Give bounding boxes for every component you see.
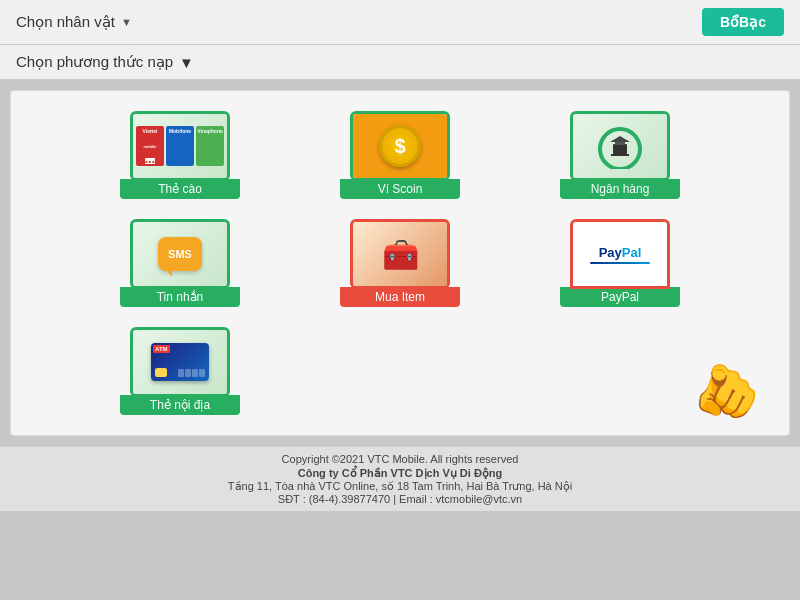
payment-method-paypal[interactable]: PayPal PayPal	[560, 219, 680, 307]
payment-method-the-noi-dia[interactable]: ATM Thẻ nội địa	[120, 327, 240, 415]
payment-method-mua-item[interactable]: 🧰 Mua Item	[340, 219, 460, 307]
payment-method-the-cao[interactable]: Viettel mobile ■ ■ ■ Mobifone Vinaphone	[120, 111, 240, 199]
payment-method-vi-scoin[interactable]: $ Ví Scoin	[340, 111, 460, 199]
payment-method-tin-nhan[interactable]: SMS Tin nhắn	[120, 219, 240, 307]
svg-marker-2	[610, 136, 630, 142]
main-content: Viettel mobile ■ ■ ■ Mobifone Vinaphone	[10, 90, 790, 436]
vi-scoin-icon-box: $	[350, 111, 450, 181]
paypal-label: PayPal	[560, 287, 680, 307]
mua-item-label: Mua Item	[340, 287, 460, 307]
chevron-down-icon-2: ▼	[179, 54, 194, 71]
ngan-hang-icon-box	[570, 111, 670, 181]
ngan-hang-label: Ngân hàng	[560, 179, 680, 199]
payment-method-ngan-hang[interactable]: Ngân hàng	[560, 111, 680, 199]
select-character-label: Chọn nhân vật	[16, 13, 115, 31]
second-bar: Chọn phương thức nạp ▼	[0, 45, 800, 80]
svg-rect-0	[613, 144, 627, 154]
vi-scoin-label: Ví Scoin	[340, 179, 460, 199]
footer-copyright: Copyright ©2021 VTC Mobile. All rights r…	[8, 453, 792, 465]
footer-contact: SĐT : (84-4).39877470 | Email : vtcmobil…	[8, 493, 792, 505]
tin-nhan-icon-box: SMS	[130, 219, 230, 289]
paypal-icon-box: PayPal	[570, 219, 670, 289]
bo-bac-button[interactable]: BổBạc	[702, 8, 784, 36]
footer-address: Tầng 11, Tòa nhà VTC Online, số 18 Tam T…	[8, 480, 792, 493]
select-method-dropdown[interactable]: Chọn phương thức nạp ▼	[16, 53, 194, 71]
chevron-down-icon: ▼	[121, 16, 132, 28]
svg-rect-3	[611, 154, 629, 156]
payment-grid: Viettel mobile ■ ■ ■ Mobifone Vinaphone	[41, 111, 759, 415]
top-bar: Chọn nhân vật ▼ BổBạc	[0, 0, 800, 45]
the-cao-label: Thẻ cào	[120, 179, 240, 199]
footer: Copyright ©2021 VTC Mobile. All rights r…	[0, 446, 800, 511]
select-method-label: Chọn phương thức nạp	[16, 53, 173, 71]
mua-item-icon-box: 🧰	[350, 219, 450, 289]
the-cao-icon-box: Viettel mobile ■ ■ ■ Mobifone Vinaphone	[130, 111, 230, 181]
the-noi-dia-label: Thẻ nội địa	[120, 395, 240, 415]
footer-company: Công ty Cổ Phần VTC Dịch Vụ Di Động	[8, 467, 792, 480]
tin-nhan-label: Tin nhắn	[120, 287, 240, 307]
the-noi-dia-icon-box: ATM	[130, 327, 230, 397]
select-character-dropdown[interactable]: Chọn nhân vật ▼	[16, 13, 132, 31]
